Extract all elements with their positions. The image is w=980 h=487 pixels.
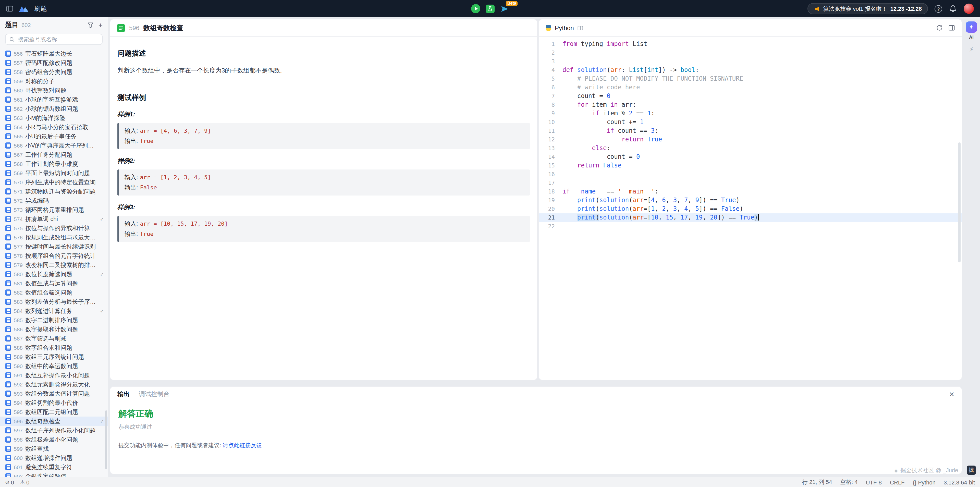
problem-list-item[interactable]: 559 对称的分子 ✓ bbox=[0, 76, 108, 86]
code-line[interactable]: 10 count += 1 bbox=[539, 118, 962, 127]
close-icon[interactable]: ✕ bbox=[949, 390, 955, 398]
problem-list-item[interactable]: 582 数值组合筛选问题 ✓ bbox=[0, 288, 108, 297]
problem-list-item[interactable]: 574 拼凑单词 chi ✓ bbox=[0, 215, 108, 224]
panel-layout-icon[interactable] bbox=[948, 24, 955, 31]
problem-list-item[interactable]: 580 数位长度筛选问题 ✓ bbox=[0, 269, 108, 279]
search-input[interactable] bbox=[18, 36, 99, 42]
problem-list-item[interactable]: 573 循环网格元素重排问题 ✓ bbox=[0, 205, 108, 215]
code-line[interactable]: 19 print(solution(arr=[4, 6, 3, 7, 9]) =… bbox=[539, 196, 962, 205]
code-line[interactable]: 20 print(solution(arr=[1, 2, 3, 4, 5]) =… bbox=[539, 205, 962, 213]
problem-list-item[interactable]: 569 平面上最短访问时间问题 ✓ bbox=[0, 169, 108, 178]
problem-list-item[interactable]: 586 数字提取和计数问题 ✓ bbox=[0, 325, 108, 334]
code-line[interactable]: 7 count = 0 bbox=[539, 92, 962, 100]
runtime-version[interactable]: 3.12.3 64-bit bbox=[944, 479, 975, 485]
code-line[interactable]: 13 else: bbox=[539, 144, 962, 153]
tab-output[interactable]: 输出 bbox=[118, 390, 130, 399]
sidebar-scrollbar[interactable] bbox=[105, 411, 107, 469]
problem-list-item[interactable]: 593 数组分数最大值计算问题 ✓ bbox=[0, 389, 108, 398]
help-icon[interactable]: ? bbox=[935, 5, 942, 13]
problem-list-item[interactable]: 557 密码匹配修改问题 ✓ bbox=[0, 58, 108, 67]
code-line[interactable]: 11 if count == 3: bbox=[539, 127, 962, 135]
problem-list-item[interactable]: 587 数字筛选与削减 ✓ bbox=[0, 334, 108, 343]
code-line[interactable]: 8 for item in arr: bbox=[539, 100, 962, 109]
problem-list-item[interactable]: 570 序列生成中的特定位置查询 ✓ bbox=[0, 178, 108, 187]
problem-list-item[interactable]: 556 宝石矩阵最大边长 ✓ bbox=[0, 49, 108, 58]
code-line[interactable]: 16 bbox=[539, 170, 962, 179]
problem-list-item[interactable]: 598 数组极差最小化问题 ✓ bbox=[0, 435, 108, 444]
test-run-button[interactable] bbox=[486, 4, 495, 13]
problem-list-item[interactable]: 601 避免连续重复字符 ✓ bbox=[0, 463, 108, 472]
problem-list-item[interactable]: 589 数组三元序列统计问题 ✓ bbox=[0, 352, 108, 361]
problem-list-item[interactable]: 585 数字二进制排序问题 ✓ bbox=[0, 315, 108, 325]
feedback-link[interactable]: 请点此链接反馈 bbox=[223, 442, 262, 448]
errors-indicator[interactable]: ⊘ 0 bbox=[5, 479, 14, 485]
problem-list-item[interactable]: 567 工作任务分配问题 ✓ bbox=[0, 150, 108, 159]
problem-list-item[interactable]: 564 小R与马小分的宝石拾取 ✓ bbox=[0, 123, 108, 132]
problem-list-item[interactable]: 590 数组中的幸运数问题 ✓ bbox=[0, 361, 108, 371]
problem-list-item[interactable]: 575 按位与操作的异或和计算 ✓ bbox=[0, 224, 108, 233]
problem-list-item[interactable]: 562 小球的锯齿数组问题 ✓ bbox=[0, 104, 108, 113]
warnings-indicator[interactable]: ⚠ 0 bbox=[20, 479, 29, 485]
code-line[interactable]: 2 bbox=[539, 48, 962, 57]
share-button[interactable]: Beta bbox=[500, 4, 509, 13]
code-line[interactable]: 18if __name__ == '__main__': bbox=[539, 187, 962, 196]
problem-list-item[interactable]: 592 数组元素删除得分最大化 ✓ bbox=[0, 380, 108, 389]
problem-list-item[interactable]: 591 数组互补操作最小化问题 ✓ bbox=[0, 371, 108, 380]
problem-list-item[interactable]: 578 按顺序组合的元音字符统计 ✓ bbox=[0, 251, 108, 260]
code-line[interactable]: 9 if item % 2 == 1: bbox=[539, 109, 962, 118]
problem-list-item[interactable]: 568 工作计划的最小难度 ✓ bbox=[0, 159, 108, 169]
code-line[interactable]: 15 return False bbox=[539, 161, 962, 170]
problem-list-item[interactable]: 600 数组递增操作问题 ✓ bbox=[0, 453, 108, 463]
problem-list-item[interactable]: 572 异或编码 ✓ bbox=[0, 196, 108, 205]
problem-list-item[interactable]: 599 数组查找 ✓ bbox=[0, 444, 108, 453]
tab-debug-console[interactable]: 调试控制台 bbox=[139, 390, 169, 399]
problem-list-item[interactable]: 558 密码组合分类问题 ✓ bbox=[0, 67, 108, 76]
quick-action-icon[interactable]: ⚡ bbox=[969, 46, 974, 53]
tab-python[interactable]: Python bbox=[555, 24, 574, 32]
avatar[interactable] bbox=[964, 3, 974, 14]
problem-list-item[interactable]: 588 数字组合求和问题 ✓ bbox=[0, 343, 108, 352]
problem-list-item[interactable]: 594 数组切割的最小代价 ✓ bbox=[0, 398, 108, 407]
problem-list-item[interactable]: 596 数组奇数检查 ✓ bbox=[0, 417, 108, 426]
code-line[interactable]: 17 bbox=[539, 179, 962, 187]
problem-list-item[interactable]: 583 数列差值分析与最长子序列问题 ✓ bbox=[0, 297, 108, 306]
code-line[interactable]: 5 # PLEASE DO NOT MODIFY THE FUNCTION SI… bbox=[539, 75, 962, 83]
cursor-position[interactable]: 行 21, 列 54 bbox=[802, 478, 832, 486]
problem-list-item[interactable]: 571 建筑物跃迁与资源分配问题 ✓ bbox=[0, 187, 108, 196]
problem-list-item[interactable]: 584 数列递进计算任务 ✓ bbox=[0, 306, 108, 315]
problem-list-item[interactable]: 560 寻找整数对问题 ✓ bbox=[0, 86, 108, 95]
problem-list-item[interactable]: 561 小球的字符互换游戏 ✓ bbox=[0, 95, 108, 104]
code-line[interactable]: 1from typing import List bbox=[539, 40, 962, 48]
eol-setting[interactable]: CRLF bbox=[890, 479, 904, 485]
problem-list-item[interactable]: 597 数组子序列操作最小化问题 ✓ bbox=[0, 426, 108, 435]
code-line[interactable]: 22 bbox=[539, 222, 962, 231]
encoding-setting[interactable]: UTF-8 bbox=[866, 479, 882, 485]
run-button[interactable] bbox=[471, 4, 480, 13]
code-line[interactable]: 3 bbox=[539, 57, 962, 66]
problem-list-item[interactable]: 579 改变相同二叉搜索树的排列方案数 ✓ bbox=[0, 260, 108, 269]
refresh-icon[interactable] bbox=[936, 24, 943, 31]
filter-icon[interactable] bbox=[87, 22, 94, 28]
problem-list-item[interactable]: 581 数值生成与运算问题 ✓ bbox=[0, 279, 108, 288]
code-line[interactable]: 12 return True bbox=[539, 135, 962, 144]
contest-banner[interactable]: 算法竞技赛 vol1 报名啦！ 12.23 -12.28 bbox=[808, 3, 928, 14]
bell-icon[interactable] bbox=[949, 5, 957, 13]
sidebar-toggle-icon[interactable] bbox=[6, 5, 13, 12]
problem-list-item[interactable]: 602 金银珠宝的数值 ✓ bbox=[0, 472, 108, 477]
split-view-icon[interactable] bbox=[578, 25, 584, 31]
problem-list-item[interactable]: 565 小U的最后子串任务 ✓ bbox=[0, 132, 108, 141]
editor-scrollbar[interactable] bbox=[958, 142, 961, 263]
problem-list-item[interactable]: 566 小V的字典序最大子序列问题 ✓ bbox=[0, 141, 108, 150]
problem-list-item[interactable]: 595 数组匹配二元组问题 ✓ bbox=[0, 407, 108, 417]
indentation-setting[interactable]: 空格: 4 bbox=[840, 478, 858, 486]
code-line[interactable]: 14 count = 0 bbox=[539, 153, 962, 161]
code-editor[interactable]: 1from typing import List234def solution(… bbox=[539, 37, 962, 231]
code-line[interactable]: 6 # write code here bbox=[539, 83, 962, 92]
ai-assistant-icon[interactable]: ✦ bbox=[966, 21, 977, 33]
problem-list-item[interactable]: 577 按键时间与最长持续键识别 ✓ bbox=[0, 242, 108, 251]
code-line[interactable]: 21 print(solution(arr=[10, 15, 17, 19, 2… bbox=[539, 213, 962, 222]
problem-list-item[interactable]: 576 按规则生成数组与求最大值问题 ✓ bbox=[0, 233, 108, 242]
code-line[interactable]: 4def solution(arr: List[int]) -> bool: bbox=[539, 66, 962, 75]
problem-list-item[interactable]: 563 小M的海洋探险 ✓ bbox=[0, 113, 108, 123]
language-mode[interactable]: {} Python bbox=[913, 479, 935, 485]
